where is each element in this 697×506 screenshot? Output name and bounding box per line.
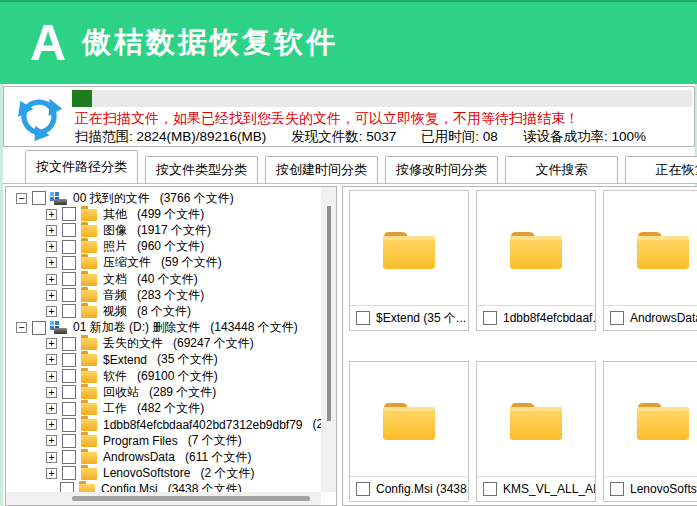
tree-item-count: (69100 个文件) <box>137 368 218 385</box>
tile-checkbox[interactable] <box>356 311 370 325</box>
folder-icon <box>635 227 691 271</box>
plus-box-icon[interactable]: + <box>46 435 57 446</box>
plus-box-icon[interactable]: + <box>46 241 57 252</box>
tree-item-count: (2 个文件) <box>200 465 254 482</box>
tree-row-6[interactable]: +音频(283 个文件) <box>46 287 336 303</box>
tree-item-name: 回收站 <box>103 384 139 401</box>
tile-label: $Extend (35 个... <box>376 310 466 327</box>
tree-checkbox[interactable] <box>62 466 76 480</box>
tree-item-count: (611 个文件) <box>185 449 251 466</box>
recycle-icon <box>13 91 65 141</box>
tree-horizontal-scrollbar[interactable] <box>6 492 321 505</box>
tree-checkbox[interactable] <box>62 434 76 448</box>
tree-row-10[interactable]: +$Extend(35 个文件) <box>46 352 336 368</box>
tab-5[interactable]: 正在恢复 <box>625 156 697 183</box>
stat-1: 发现文件数: 5037 <box>291 129 396 144</box>
tab-0[interactable]: 按文件路径分类 <box>25 150 138 183</box>
tree-row-5[interactable]: +文档(40 个文件) <box>46 271 336 287</box>
plus-box-icon[interactable]: + <box>46 274 57 285</box>
drive-icon <box>50 192 67 205</box>
tab-4[interactable]: 文件搜索 <box>505 156 618 183</box>
plus-box-icon[interactable]: + <box>46 257 57 268</box>
tree-row-17[interactable]: +LenovoSoftstore(2 个文件) <box>46 465 336 481</box>
folder-icon <box>81 419 97 431</box>
tile-checkbox[interactable] <box>483 311 497 325</box>
tree-row-14[interactable]: +1dbb8f4efcbdaaf402bd7312eb9dbf79(231 个 <box>46 417 336 433</box>
tab-1[interactable]: 按文件类型分类 <box>145 156 258 183</box>
folder-icon <box>81 354 97 366</box>
tree-row-16[interactable]: +AndrowsData(611 个文件) <box>46 449 336 465</box>
tree-checkbox[interactable] <box>62 304 76 318</box>
tree-checkbox[interactable] <box>62 418 76 432</box>
folder-icon <box>81 452 97 464</box>
tab-3[interactable]: 按修改时间分类 <box>385 156 498 183</box>
tree-checkbox[interactable] <box>62 288 76 302</box>
folder-icon <box>81 274 97 286</box>
tree-vertical-scrollbar-thumb[interactable] <box>327 206 331 421</box>
plus-box-icon[interactable]: + <box>46 387 57 398</box>
plus-box-icon[interactable]: + <box>46 468 57 479</box>
tree-row-7[interactable]: +视频(8 个文件) <box>46 303 336 319</box>
tree-checkbox[interactable] <box>62 256 76 270</box>
folder-tile-1[interactable]: 1dbb8f4efcbdaaf... <box>476 190 596 331</box>
tree-item-count: (289 个文件) <box>149 384 216 401</box>
tree-item-count: (143448 个文件) <box>210 319 297 336</box>
plus-box-icon[interactable]: + <box>46 290 57 301</box>
tree-item-count: (35 个文件) <box>157 351 218 368</box>
tile-checkbox[interactable] <box>483 482 497 496</box>
plus-box-icon[interactable]: + <box>46 419 57 430</box>
tree-checkbox[interactable] <box>62 337 76 351</box>
folder-tile-4[interactable]: KMS_VL_ALL_AIO... <box>476 361 596 502</box>
tree-checkbox[interactable] <box>32 321 46 335</box>
tree-item-count: (283 个文件) <box>137 287 204 304</box>
tree-vertical-scrollbar[interactable] <box>321 187 336 492</box>
tree-checkbox[interactable] <box>62 207 76 221</box>
minus-box-icon[interactable]: − <box>16 322 27 333</box>
folder-icon <box>81 209 97 221</box>
tree-row-12[interactable]: +回收站(289 个文件) <box>46 384 336 400</box>
plus-box-icon[interactable]: + <box>46 225 57 236</box>
tree-checkbox[interactable] <box>62 385 76 399</box>
tree-row-13[interactable]: +工作(482 个文件) <box>46 400 336 416</box>
tree-row-8[interactable]: −01 新加卷 (D:) 删除文件(143448 个文件) <box>16 320 336 336</box>
tree-checkbox[interactable] <box>62 223 76 237</box>
folder-tile-5[interactable]: LenovoSoftstore <box>603 361 697 502</box>
tree-checkbox[interactable] <box>62 450 76 464</box>
plus-box-icon[interactable]: + <box>46 354 57 365</box>
scan-status-panel: 正在扫描文件，如果已经找到您丢失的文件，可以立即恢复，不用等待扫描结束！ 扫描范… <box>3 86 695 147</box>
tree-item-count: (1917 个文件) <box>137 222 211 239</box>
tree-row-0[interactable]: −00 找到的文件(3766 个文件) <box>16 190 336 206</box>
tree-row-15[interactable]: +Program Files(7 个文件) <box>46 433 336 449</box>
plus-box-icon[interactable]: + <box>46 371 57 382</box>
tree-checkbox[interactable] <box>62 240 76 254</box>
plus-box-icon[interactable]: + <box>46 452 57 463</box>
tree-checkbox[interactable] <box>62 369 76 383</box>
tab-2[interactable]: 按创建时间分类 <box>265 156 378 183</box>
plus-box-icon[interactable]: + <box>46 306 57 317</box>
tree-checkbox[interactable] <box>62 272 76 286</box>
tile-checkbox[interactable] <box>610 482 624 496</box>
tree-row-11[interactable]: +软件(69100 个文件) <box>46 368 336 384</box>
plus-box-icon[interactable]: + <box>46 338 57 349</box>
tree-checkbox[interactable] <box>32 191 46 205</box>
tree-item-name: 丢失的文件 <box>103 335 163 352</box>
tree-item-name: 视频 <box>103 303 127 320</box>
folder-icon <box>81 241 97 253</box>
plus-box-icon[interactable]: + <box>46 403 57 414</box>
tree-row-9[interactable]: +丢失的文件(69247 个文件) <box>46 336 336 352</box>
tree-checkbox[interactable] <box>62 353 76 367</box>
tile-checkbox[interactable] <box>610 311 624 325</box>
tile-checkbox[interactable] <box>356 482 370 496</box>
folder-tile-3[interactable]: Config.Msi (3438... <box>349 361 469 502</box>
tree-checkbox[interactable] <box>62 402 76 416</box>
plus-box-icon[interactable]: + <box>46 209 57 220</box>
tree-row-4[interactable]: +压缩文件(59 个文件) <box>46 255 336 271</box>
folder-tile-2[interactable]: AndrowsData ( <box>603 190 697 331</box>
tree-row-2[interactable]: +图像(1917 个文件) <box>46 222 336 238</box>
tree-horizontal-scrollbar-thumb[interactable] <box>72 496 310 501</box>
folder-tile-0[interactable]: $Extend (35 个... <box>349 190 469 331</box>
tree-row-1[interactable]: +其他(499 个文件) <box>46 206 336 222</box>
tree-row-3[interactable]: +照片(960 个文件) <box>46 239 336 255</box>
tree-item-count: (40 个文件) <box>137 271 198 288</box>
minus-box-icon[interactable]: − <box>16 193 27 204</box>
